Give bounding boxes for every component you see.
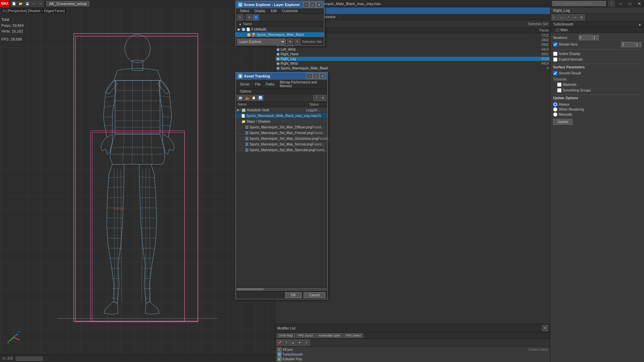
menu-select[interactable]: Select xyxy=(237,8,252,13)
modifier-editable-poly[interactable]: E Editable Poly xyxy=(277,357,549,361)
expand-icon[interactable]: ▶ xyxy=(237,27,241,31)
at-cancel-button[interactable]: Cancel xyxy=(304,292,325,298)
modifier-xform[interactable]: X XForm Surface Select xyxy=(277,347,549,352)
expand-icon-2[interactable] xyxy=(243,33,247,37)
at-scrollbar[interactable] xyxy=(236,287,327,291)
at-item-max-file[interactable]: 📄 Sports_Mannequin_Male_Black_max_vray.m… xyxy=(236,113,327,119)
at-scrollbar-track[interactable] xyxy=(236,288,327,291)
at-help-icon[interactable]: ? xyxy=(313,95,319,101)
smoothing-groups-row[interactable]: Smoothing Groups xyxy=(557,87,641,93)
at-icon-3[interactable]: 📋 xyxy=(251,95,257,101)
mod-ctrl-3[interactable]: ↗ xyxy=(565,14,571,20)
explorer-dropdown[interactable]: Layer Explorer xyxy=(237,39,286,45)
se-close-icon[interactable]: ✕ xyxy=(237,14,243,20)
iterations-spinner[interactable]: 0 ▲ ▼ xyxy=(579,35,599,40)
at-menu-paths[interactable]: Paths xyxy=(263,82,277,87)
at-item-fresnel[interactable]: 🖼 Sports_Mannequin_Set_Man_Fresnel.png F… xyxy=(236,130,327,136)
at-item-specular[interactable]: 🖼 Sports_Mannequin_Set_Man_Specular.png … xyxy=(236,147,327,153)
menu-display[interactable]: Display xyxy=(252,8,268,13)
tab-fpd[interactable]: FPD 2x2x2 xyxy=(296,333,316,338)
always-option[interactable]: Always xyxy=(553,102,641,107)
menu-edit[interactable]: Edit xyxy=(268,8,279,13)
materials-checkbox[interactable] xyxy=(557,82,561,87)
scene-item-left-wrist[interactable]: Left_Wrist 4414 xyxy=(275,47,550,52)
vault-expand-icon[interactable]: ▶ xyxy=(237,108,241,112)
search-input[interactable] xyxy=(552,1,606,6)
manually-option[interactable]: Manually xyxy=(553,112,641,117)
mod-ctrl-2[interactable]: ▭ xyxy=(558,14,565,20)
at-icon-1[interactable]: 🏢 xyxy=(237,95,243,101)
iterations-down[interactable]: ▼ xyxy=(593,38,596,40)
explorer-options-icon[interactable]: ⚙ xyxy=(287,39,293,45)
update-button[interactable]: Update xyxy=(553,119,573,125)
mod-ctrl-4[interactable]: ≡ xyxy=(572,14,578,20)
se-close-button[interactable]: ✕ xyxy=(316,2,322,7)
layer-default[interactable]: ▶ 📄 0 (default) xyxy=(236,27,324,32)
at-menu-file[interactable]: File xyxy=(252,82,263,87)
mod-ctrl-5[interactable]: ⚙ xyxy=(579,14,585,20)
mod-move-down-icon[interactable]: ▼ xyxy=(297,340,303,346)
new-icon[interactable]: 📄 xyxy=(11,1,17,7)
maximize-button[interactable]: □ xyxy=(625,0,635,7)
smooth-result-checkbox[interactable] xyxy=(553,71,557,75)
open-icon[interactable]: 📂 xyxy=(17,1,23,7)
render-iters-checkbox-row[interactable]: Render Iters: xyxy=(553,42,582,47)
render-iters-checkbox[interactable] xyxy=(553,42,557,47)
smooth-result-row[interactable]: Smooth Result xyxy=(553,70,641,76)
explorer-refresh-icon[interactable]: ↻ xyxy=(294,39,301,45)
at-item-normal[interactable]: 🖼 Sports_Mannequin_Set_Man_Normal.png Fo… xyxy=(236,141,327,147)
help-icon[interactable]: ? xyxy=(608,1,614,7)
render-iters-up[interactable]: ▲ xyxy=(635,42,639,45)
always-radio[interactable] xyxy=(553,102,557,107)
collapse-icon[interactable]: ▲ xyxy=(638,23,641,26)
smoothing-groups-checkbox[interactable] xyxy=(557,88,561,93)
se-active-icon[interactable]: 🔷 xyxy=(253,14,259,20)
iterations-input[interactable]: 0 xyxy=(579,36,592,40)
mod-pin-icon[interactable]: 📌 xyxy=(277,340,283,346)
menu-customize[interactable]: Customize xyxy=(279,8,301,13)
scene-item-right-hand[interactable]: Right_Hand 2802 xyxy=(275,52,550,57)
when-rendering-option[interactable]: When Rendering xyxy=(553,107,641,112)
when-rendering-radio[interactable] xyxy=(553,107,557,112)
layer-mannequin[interactable]: 📦 Sports_Mannequin_Male_Black xyxy=(236,32,324,38)
render-iters-down[interactable]: ▼ xyxy=(635,45,639,47)
render-iters-spinner[interactable]: 2 ▲ ▼ xyxy=(621,42,641,47)
at-icon-4[interactable]: 📊 xyxy=(257,95,263,101)
scene-item-right-leg[interactable]: Right_Leg 5538 xyxy=(275,57,550,61)
at-minimize-button[interactable]: ─ xyxy=(307,73,313,79)
redo-icon[interactable]: ↪ xyxy=(38,1,44,7)
minimize-button[interactable]: ─ xyxy=(616,0,625,7)
explicit-normals-checkbox[interactable] xyxy=(553,57,557,62)
close-button[interactable]: ✕ xyxy=(635,0,644,7)
at-menu-server[interactable]: Server xyxy=(237,82,252,87)
viewport[interactable]: [+] [Perspective] [Shaded + Edged Faces]… xyxy=(0,7,275,355)
save-icon[interactable]: 💾 xyxy=(24,1,30,7)
explicit-normals-row[interactable]: Explicit Normals xyxy=(553,57,641,62)
materials-row[interactable]: Materials xyxy=(557,82,641,87)
mod-list-icon[interactable]: ≡ xyxy=(283,340,289,346)
at-menu-bitmap-perf[interactable]: Bitmap Performance and Memory xyxy=(277,80,326,88)
render-iters-input[interactable]: 2 xyxy=(622,43,635,46)
at-scrollbar-thumb[interactable] xyxy=(237,288,264,290)
at-menu-options[interactable]: Options xyxy=(237,89,254,94)
iterations-up[interactable]: ▲ xyxy=(593,35,596,38)
se-maximize-button[interactable]: □ xyxy=(310,2,316,7)
isoline-checkbox[interactable] xyxy=(553,52,557,56)
isoline-display-row[interactable]: Isoline Display xyxy=(553,51,641,57)
at-settings-icon[interactable]: ⚙ xyxy=(320,95,326,101)
se-minimize-button[interactable]: ─ xyxy=(303,2,309,7)
se-filter-icon[interactable]: ⚙ xyxy=(246,14,252,20)
at-icon-2[interactable]: 📤 xyxy=(244,95,250,101)
at-item-diffuse[interactable]: 🖼 Sports_Mannequin_Set_Man_Diffuse.png F… xyxy=(236,124,327,130)
at-close-button[interactable]: ✕ xyxy=(319,73,325,79)
mod-option-icon[interactable]: ▼ xyxy=(542,325,548,331)
scene-item-mannequin[interactable]: Sports_Mannequin_Male_Black 0 xyxy=(275,66,550,71)
at-item-maps-folder[interactable]: 📁 Maps / Shaders xyxy=(236,119,327,124)
at-item-glossiness[interactable]: 🖼 Sports_Mannequin_Set_Man_Glossiness.pn… xyxy=(236,136,327,141)
at-maximize-button[interactable]: □ xyxy=(313,73,319,79)
at-item-vault[interactable]: ▶ 🏢 Autodesk Vault Logged... xyxy=(236,107,327,113)
modifier-turbosmooth[interactable]: T TurboSmooth xyxy=(277,352,549,357)
manually-radio[interactable] xyxy=(553,112,557,117)
filename-display[interactable]: AK_Screenshot_wrksp xyxy=(46,1,90,6)
tab-uvw-map[interactable]: UVW Map xyxy=(277,333,295,338)
